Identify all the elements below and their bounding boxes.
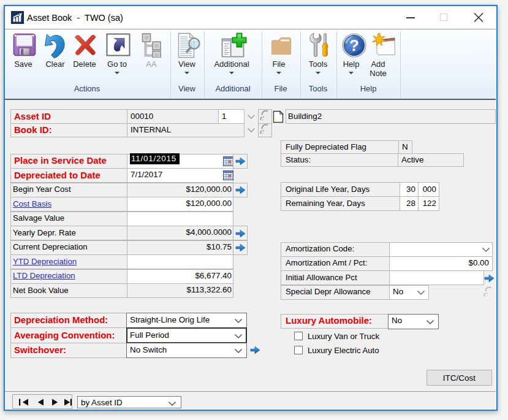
- svg-text:?: ?: [349, 36, 359, 55]
